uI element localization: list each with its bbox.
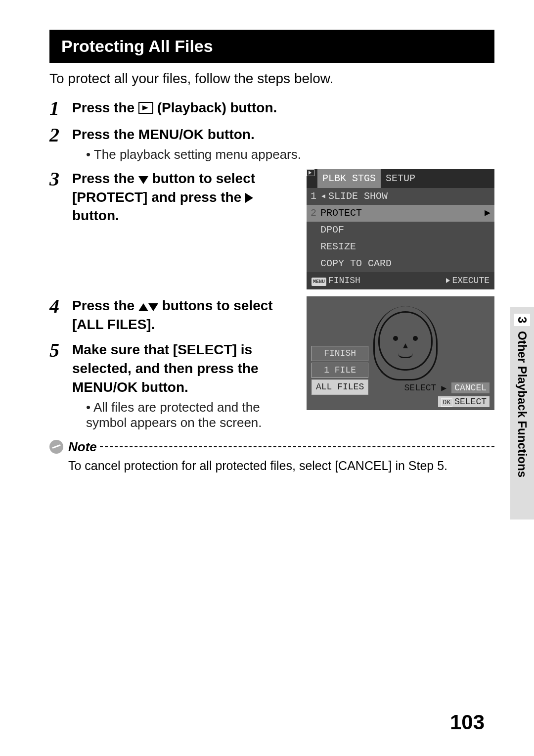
chapter-number: 3	[514, 314, 530, 326]
step-1-post: (Playback) button.	[157, 100, 277, 115]
menu-row-selected: 2PROTECT▶	[307, 205, 494, 222]
step-number: 3	[49, 169, 72, 189]
menu-item-copy: COPY TO CARD	[320, 256, 392, 271]
chapter-side-tab: 3 Other Playback Functions	[510, 307, 534, 520]
face-illustration	[366, 306, 445, 385]
opt-1-file: 1 FILE	[312, 363, 368, 378]
tab-setup: SETUP	[381, 169, 420, 188]
tab-plbk-stgs: PLBK STGS	[317, 169, 381, 188]
playback-icon	[138, 102, 153, 114]
step-2-title: Press the MENU/OK button.	[72, 125, 494, 144]
lcd2-ok-row: OKSELECT	[438, 396, 490, 407]
note-body: To cancel protection for all protected f…	[68, 459, 494, 473]
step-1-title: Press the (Playback) button.	[72, 98, 494, 117]
menu-row: DPOF	[307, 222, 494, 238]
intro-text: To protect all your files, follow the st…	[49, 71, 494, 87]
t: [ALL FILES].	[72, 317, 155, 332]
page-number: 103	[450, 710, 485, 734]
right-arrow-icon	[446, 278, 450, 283]
manual-page: Protecting All Files To protect all your…	[0, 0, 534, 756]
note-header: Note	[49, 439, 494, 455]
step-3-title: Press the button to select [PROTECT] and…	[72, 169, 297, 225]
step-1-pre: Press the	[72, 100, 138, 115]
menu-badge: MENU	[312, 278, 326, 286]
section-title: Protecting All Files	[49, 30, 494, 63]
step-number: 5	[49, 340, 72, 360]
note-icon	[49, 440, 63, 454]
step-4: 4 Press the buttons to select [ALL FILES…	[49, 296, 494, 430]
n: 1	[311, 189, 320, 204]
step-2: 2 Press the MENU/OK button. • The playba…	[49, 125, 494, 162]
menu-item-protect: PROTECT	[320, 206, 362, 221]
opt-all-files: ALL FILES	[312, 379, 368, 395]
ok-badge: OK	[441, 398, 453, 407]
t: button.	[72, 208, 119, 223]
playback-tab-icon	[307, 169, 314, 176]
step-5-sub: • All files are protected and the symbol…	[86, 400, 297, 430]
lcd2-select-cancel: SELECT ▶ CANCEL	[404, 382, 490, 393]
step-2-sub-text: The playback setting menu appears.	[94, 147, 301, 162]
chapter-label: Other Playback Functions	[515, 331, 529, 477]
lbl-select: SELECT	[404, 383, 437, 393]
step-number: 2	[49, 125, 72, 145]
lcd-protect-screenshot: FINISH 1 FILE ALL FILES SELECT ▶ CANCEL …	[307, 296, 494, 410]
step-3: 3 Press the button to select [PROTECT] a…	[49, 169, 494, 289]
menu-item-dpof: DPOF	[320, 223, 344, 237]
ok-select: SELECT	[454, 397, 487, 407]
step-5-title: Make sure that [SELECT] is selected, and…	[72, 340, 297, 396]
menu-row: RESIZE	[307, 238, 494, 255]
up-arrow-icon	[138, 303, 148, 311]
footer-finish: FINISH	[328, 276, 360, 285]
t: buttons to select	[158, 298, 273, 313]
footer-execute: EXECUTE	[452, 276, 490, 285]
step-4-title: Press the buttons to select [ALL FILES].	[72, 296, 297, 334]
step-number: 4	[49, 296, 72, 316]
t: All files are protected and the symbol a…	[86, 400, 262, 430]
down-arrow-icon	[138, 176, 148, 184]
note-label: Note	[68, 439, 97, 455]
lcd-footer: MENUFINISH EXECUTE	[307, 272, 494, 289]
menu-row: 1◂SLIDE SHOW	[307, 188, 494, 205]
protect-options: FINISH 1 FILE ALL FILES	[312, 346, 368, 396]
opt-finish: FINISH	[312, 346, 368, 361]
lbl-cancel: CANCEL	[451, 382, 490, 393]
step-2-sub: • The playback setting menu appears.	[86, 147, 494, 162]
down-arrow-icon	[148, 303, 158, 311]
t: button to select	[148, 171, 255, 186]
right-arrow-icon	[245, 193, 253, 203]
note-divider	[100, 446, 494, 447]
t: Press the	[72, 171, 138, 186]
step-1: 1 Press the (Playback) button.	[49, 98, 494, 118]
menu-item-resize: RESIZE	[320, 239, 356, 254]
n: 2	[311, 206, 320, 221]
t: [PROTECT] and press the	[72, 189, 245, 205]
menu-item-slide-show: SLIDE SHOW	[328, 189, 388, 204]
step-number: 1	[49, 98, 72, 118]
menu-row: COPY TO CARD	[307, 255, 494, 272]
lcd-menu-screenshot: PLBK STGS SETUP 1◂SLIDE SHOW 2PROTECT▶ D…	[307, 169, 494, 289]
t: Press the	[72, 298, 138, 313]
